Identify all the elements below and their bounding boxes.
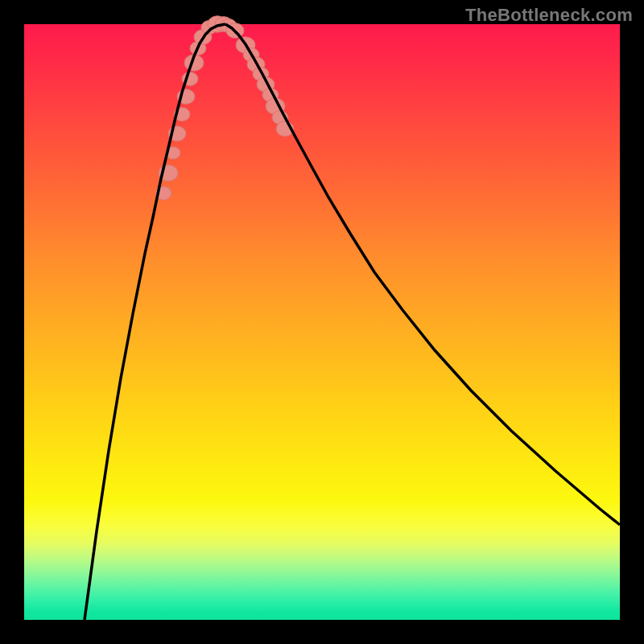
watermark-text: TheBottleneck.com (465, 5, 633, 26)
chart-svg (24, 24, 620, 620)
right-curve (225, 24, 620, 525)
scatter-dots (155, 16, 294, 200)
left-curve (85, 24, 225, 620)
plot-area (24, 24, 620, 620)
chart-frame: TheBottleneck.com (0, 0, 644, 644)
